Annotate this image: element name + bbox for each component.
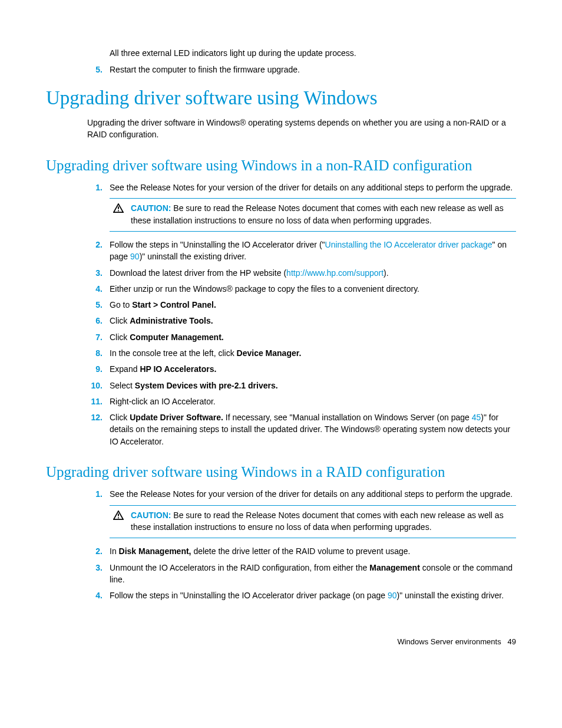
list-item: 11. Right-click an IO Accelerator. <box>82 396 516 407</box>
step-number: 3. <box>82 267 110 279</box>
list-item: 6. Click Administrative Tools. <box>82 315 516 327</box>
step-number: 5. <box>82 299 110 311</box>
caution-text: CAUTION: Be sure to read the Release Not… <box>127 509 516 533</box>
step-text: Follow the steps in "Uninstalling the IO… <box>110 589 516 601</box>
text-fragment: Unmount the IO Accelerators in the RAID … <box>110 563 369 572</box>
step-number: 6. <box>82 315 110 327</box>
step-number: 10. <box>82 380 110 391</box>
step-text: In Disk Management, delete the drive let… <box>110 545 516 557</box>
bold-text: Start > Control Panel. <box>132 300 216 309</box>
svg-rect-1 <box>118 210 119 212</box>
step-text: See the Release Notes for your version o… <box>110 488 516 500</box>
list-item: 1. See the Release Notes for your versio… <box>82 488 516 500</box>
text-fragment: In the console tree at the left, click <box>110 348 237 358</box>
prev-page-step: 5. Restart the computer to finish the fi… <box>82 64 516 75</box>
list-item: 8. In the console tree at the left, clic… <box>82 347 516 359</box>
step-number: 11. <box>82 396 110 407</box>
step-text: See the Release Notes for your version o… <box>110 182 516 193</box>
bold-text: System Devices with pre-2.1 drivers. <box>135 381 278 390</box>
step-number: 3. <box>82 562 110 574</box>
step-text: Right-click an IO Accelerator. <box>110 396 516 407</box>
list-item: 7. Click Computer Management. <box>82 331 516 343</box>
svg-rect-3 <box>118 517 119 518</box>
text-fragment: Click <box>110 413 130 422</box>
prev-page-continuation-text: All three external LED indicators light … <box>110 47 516 59</box>
text-fragment: Expand <box>110 364 140 374</box>
bold-text: Management <box>369 563 420 572</box>
bold-text: Administrative Tools. <box>130 316 213 325</box>
text-fragment: Follow the steps in "Uninstalling the IO… <box>110 240 325 249</box>
external-link[interactable]: http://www.hp.com/support <box>286 268 384 278</box>
step-text: Download the latest driver from the HP w… <box>110 267 516 279</box>
heading-2-raid: Upgrading driver software using Windows … <box>46 463 516 481</box>
cross-reference-link[interactable]: Uninstalling the IO Accelerator driver p… <box>325 240 492 249</box>
page-number: 49 <box>508 637 516 646</box>
caution-body: Be sure to read the Release Notes docume… <box>131 510 504 532</box>
list-item: 1. See the Release Notes for your versio… <box>82 182 516 193</box>
caution-body: Be sure to read the Release Notes docume… <box>131 203 504 225</box>
step-number: 7. <box>82 331 110 343</box>
step-number: 12. <box>82 411 110 423</box>
caution-label: CAUTION: <box>131 510 171 520</box>
step-text: Select System Devices with pre-2.1 drive… <box>110 380 516 391</box>
step-text: Go to Start > Control Panel. <box>110 299 516 311</box>
page-footer: Windows Server environments 49 <box>46 637 516 648</box>
text-fragment: )" uninstall the existing driver. <box>396 591 504 600</box>
caution-icon <box>110 509 127 523</box>
caution-icon <box>110 202 127 216</box>
step-text: Follow the steps in "Uninstalling the IO… <box>110 239 516 263</box>
list-item: 4. Either unzip or run the Windows® pack… <box>82 283 516 295</box>
svg-rect-2 <box>118 513 119 516</box>
list-item: 3. Download the latest driver from the H… <box>82 267 516 279</box>
step-text: Expand HP IO Accelerators. <box>110 363 516 375</box>
list-item: 3. Unmount the IO Accelerators in the RA… <box>82 562 516 586</box>
step-text: Unmount the IO Accelerators in the RAID … <box>110 562 516 586</box>
step-number: 1. <box>82 182 110 193</box>
bold-text: Disk Management, <box>119 546 191 556</box>
step-number: 9. <box>82 363 110 375</box>
page-link[interactable]: 90 <box>388 591 397 600</box>
bold-text: HP IO Accelerators. <box>140 364 216 374</box>
text-fragment: ). <box>384 268 389 278</box>
step-text: Restart the computer to finish the firmw… <box>110 64 516 75</box>
step-number: 2. <box>82 545 110 557</box>
heading-1: Upgrading driver software using Windows <box>46 87 516 110</box>
step-number: 8. <box>82 347 110 359</box>
svg-rect-0 <box>118 207 119 209</box>
list-item: 4. Follow the steps in "Uninstalling the… <box>82 589 516 601</box>
caution-text: CAUTION: Be sure to read the Release Not… <box>127 202 516 226</box>
footer-section-label: Windows Server environments <box>397 637 501 646</box>
step-number: 4. <box>82 283 110 295</box>
list-item: 2. Follow the steps in "Uninstalling the… <box>82 239 516 263</box>
text-fragment: In <box>110 546 119 556</box>
text-fragment: Click <box>110 332 130 342</box>
list-item: 9. Expand HP IO Accelerators. <box>82 363 516 375</box>
step-text: Either unzip or run the Windows® package… <box>110 283 516 295</box>
text-fragment: Go to <box>110 300 132 309</box>
caution-callout: CAUTION: Be sure to read the Release Not… <box>110 505 516 539</box>
text-fragment: Click <box>110 316 130 325</box>
step-text: Click Update Driver Software. If necessa… <box>110 411 516 447</box>
text-fragment: Follow the steps in "Uninstalling the IO… <box>110 591 388 600</box>
intro-paragraph: Upgrading the driver software in Windows… <box>87 117 516 141</box>
text-fragment: Select <box>110 381 135 390</box>
text-fragment: Download the latest driver from the HP w… <box>110 268 286 278</box>
text-fragment: If necessary, see "Manual installation o… <box>223 413 472 422</box>
page-link[interactable]: 45 <box>472 413 481 422</box>
list-item: 5. Go to Start > Control Panel. <box>82 299 516 311</box>
step-text: Click Computer Management. <box>110 331 516 343</box>
bold-text: Update Driver Software. <box>130 413 223 422</box>
step-number: 5. <box>82 64 110 75</box>
text-fragment: )" uninstall the existing driver. <box>140 252 247 261</box>
step-text: In the console tree at the left, click D… <box>110 347 516 359</box>
bold-text: Computer Management. <box>130 332 223 342</box>
page-link[interactable]: 90 <box>130 252 140 261</box>
list-item: 10. Select System Devices with pre-2.1 d… <box>82 380 516 391</box>
step-text: Click Administrative Tools. <box>110 315 516 327</box>
caution-label: CAUTION: <box>131 203 171 213</box>
text-fragment: delete the drive letter of the RAID volu… <box>191 546 411 556</box>
list-item: 2. In Disk Management, delete the drive … <box>82 545 516 557</box>
step-number: 4. <box>82 589 110 601</box>
step-number: 1. <box>82 488 110 500</box>
caution-callout: CAUTION: Be sure to read the Release Not… <box>110 198 516 232</box>
